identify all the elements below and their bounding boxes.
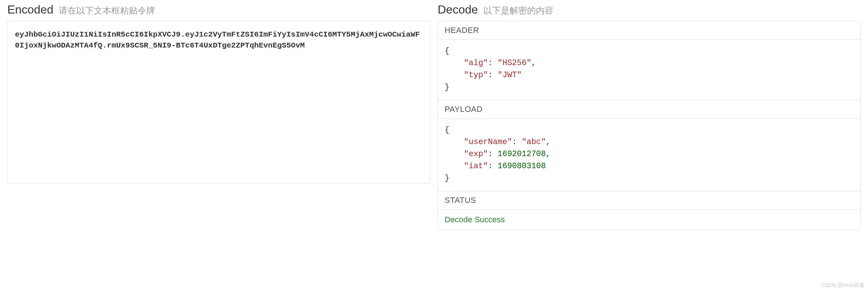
encoded-panel: Encoded 请在以下文本框粘贴令牌 eyJhbGciOiJIUzI1NiIs… <box>7 3 430 230</box>
decode-sections: HEADER { "alg": "HS256", "typ": "JWT" } … <box>438 21 861 230</box>
main-container: Encoded 请在以下文本框粘贴令牌 eyJhbGciOiJIUzI1NiIs… <box>7 3 861 230</box>
encoded-title-text: Encoded <box>7 3 53 16</box>
encoded-input[interactable]: eyJhbGciOiJIUzI1NiIsInR5cCI6IkpXVCJ9.eyJ… <box>7 21 430 184</box>
encoded-title: Encoded 请在以下文本框粘贴令牌 <box>7 3 430 16</box>
status-message: Decode Success <box>438 210 860 230</box>
header-section-body: { "alg": "HS256", "typ": "JWT" } <box>438 40 860 100</box>
status-section-label: STATUS <box>438 191 860 210</box>
payload-section-label: PAYLOAD <box>438 100 860 119</box>
decode-subtitle: 以下是解密的内容 <box>483 5 553 15</box>
decode-panel: Decode 以下是解密的内容 HEADER { "alg": "HS256",… <box>438 3 861 230</box>
header-typ-value: "JWT" <box>498 71 522 80</box>
header-alg-value: "HS256" <box>498 58 531 68</box>
payload-iat-value: 1690803108 <box>498 162 546 171</box>
decode-title-text: Decode <box>438 3 478 16</box>
header-section-label: HEADER <box>438 21 860 40</box>
encoded-subtitle: 请在以下文本框粘贴令牌 <box>59 5 155 15</box>
payload-exp-value: 1692012708 <box>498 150 546 159</box>
payload-username-value: "abc" <box>522 137 546 147</box>
payload-section-body: { "userName": "abc", "exp": 1692012708, … <box>438 119 860 191</box>
decode-title: Decode 以下是解密的内容 <box>438 3 861 16</box>
